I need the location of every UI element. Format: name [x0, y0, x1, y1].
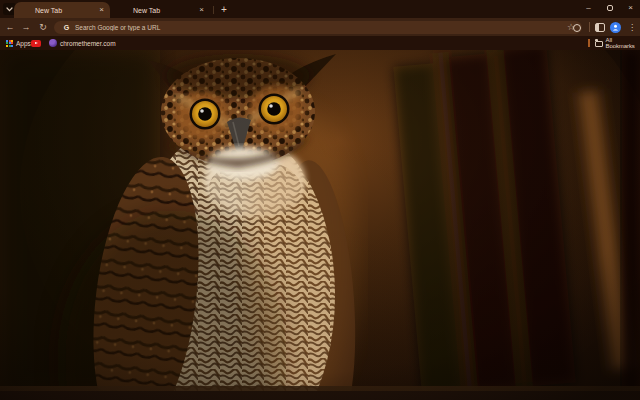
back-button[interactable]: ←	[3, 20, 17, 34]
tab-title: New Tab	[35, 7, 99, 14]
forward-button[interactable]: →	[19, 20, 33, 34]
window-controls: – ×	[581, 0, 638, 15]
browser-window: New Tab × New Tab × + – × ← → ↻ G ☆	[0, 0, 640, 400]
main-image	[0, 50, 640, 400]
chromethemer-favicon	[49, 39, 57, 47]
address-input[interactable]	[75, 24, 567, 31]
bookmark-youtube[interactable]	[31, 36, 41, 50]
bookmark-label: chromethemer.com	[60, 40, 116, 47]
toolbar: ← → ↻ G ☆ ⋮	[0, 18, 640, 36]
side-panel-icon[interactable]	[595, 23, 605, 32]
close-button[interactable]: ×	[623, 1, 638, 15]
apps-grid-icon	[6, 40, 13, 47]
tab-favicon	[21, 6, 30, 15]
all-bookmarks-label: All Bookmarks	[606, 37, 640, 49]
apps-label: Apps	[16, 40, 31, 47]
maximize-icon	[607, 5, 613, 11]
bookmarks-divider	[588, 39, 590, 47]
menu-icon[interactable]: ⋮	[626, 20, 638, 34]
toolbar-divider	[589, 22, 590, 32]
chevron-down-icon	[6, 7, 13, 12]
reload-button[interactable]: ↻	[36, 20, 50, 34]
tab-divider	[213, 6, 214, 14]
bookmark-chromethemer[interactable]: chromethemer.com	[49, 36, 116, 50]
apps-shortcut[interactable]: Apps	[6, 36, 31, 50]
tab-strip: New Tab × New Tab × + – ×	[0, 0, 640, 18]
person-icon	[612, 24, 619, 31]
address-bar[interactable]: G ☆	[54, 21, 582, 34]
tab-favicon	[119, 6, 128, 15]
all-bookmarks-button[interactable]: All Bookmarks	[595, 36, 640, 50]
folder-icon	[595, 41, 603, 47]
google-g-icon: G	[62, 23, 71, 32]
youtube-icon	[31, 40, 41, 47]
tab-new-tab-active[interactable]: New Tab ×	[14, 2, 110, 18]
tab-close-icon[interactable]: ×	[99, 6, 104, 14]
minimize-button[interactable]: –	[581, 1, 596, 15]
bookmarks-bar: Apps chromethemer.com All Bookmarks	[0, 36, 640, 50]
new-tab-button[interactable]: +	[217, 2, 231, 16]
maximize-button[interactable]	[602, 1, 617, 15]
tab-close-icon[interactable]: ×	[199, 6, 204, 14]
tab-title: New Tab	[133, 7, 199, 14]
extensions-icon[interactable]	[573, 24, 581, 32]
profile-avatar[interactable]	[610, 22, 621, 33]
tab-new-tab-inactive[interactable]: New Tab ×	[112, 2, 210, 18]
